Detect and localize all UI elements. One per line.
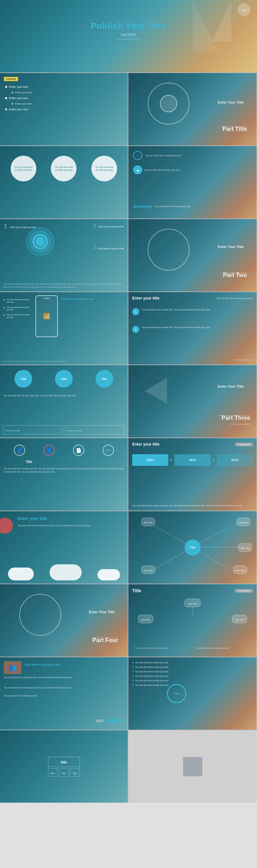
part-two-line <box>221 273 247 273</box>
info-icon-circle: i <box>133 151 142 160</box>
person-icon: 👤 <box>14 445 25 456</box>
person-female-icon-group: 👤 <box>43 445 55 456</box>
blue-title-circle-2: Title <box>55 370 73 388</box>
photo-desc1: You can click here to enter your text. Y… <box>4 676 124 679</box>
website: www.sucai999.com <box>233 356 253 362</box>
blue-title-circle-1: Title <box>14 370 32 388</box>
bullet-dot3 <box>5 108 7 110</box>
person-female-icon: 👤 <box>43 445 55 456</box>
continuance-bar: Continuance <box>235 443 253 446</box>
slide-steps: Enter your title You can click here to e… <box>128 292 257 365</box>
phone-button <box>43 298 50 299</box>
photo-desc3: You can click here to enter your text. <box>4 694 124 697</box>
wifi-icon: 📶 <box>43 313 50 320</box>
row-8: Enter your title You can click here to e… <box>0 511 257 584</box>
ring-center <box>35 237 45 246</box>
last-sub-3: title <box>70 768 80 777</box>
summary-row: Summary You can click here to enter your… <box>133 204 252 209</box>
plus-title-row: Enter your title Continuance <box>132 442 253 446</box>
female-symbol: 👤 <box>46 447 53 453</box>
steps-title-row: Enter your title You can click here to e… <box>132 296 253 301</box>
slide-target: 1 Click here to add your title 2 Click h… <box>0 219 128 291</box>
slide-last-right <box>128 730 257 803</box>
person-icon-group: 👤 <box>14 445 25 456</box>
b-item-3: You can click here to enter your text. <box>132 670 253 673</box>
cloud-2 <box>50 564 82 580</box>
slide-cloud: Enter your title You can click here to e… <box>0 511 128 584</box>
waves-symbol: 〰 <box>106 448 110 453</box>
phone-click-title: Click here to add your title <box>61 295 125 301</box>
enter-input-label-2: Enter your text <box>68 430 82 432</box>
text-box-1: TEXT <box>132 454 168 466</box>
slide-summary: i You can click here to enter your text … <box>128 146 257 218</box>
cloud-shapes <box>0 564 128 580</box>
step-num-2: 2 <box>132 326 139 333</box>
waves-icon-group: 〰 <box>103 445 114 456</box>
text-3: Click here to add your title <box>98 247 124 250</box>
icon-row: i You can click here to enter your text <box>133 151 252 160</box>
slide-title-text: Publish Your Idea 副标题图形 <box>0 21 257 39</box>
b-dot-1 <box>132 662 133 663</box>
enter-title4: Enter Your Title <box>89 610 115 614</box>
node-bottom-left: Your Text <box>141 566 155 574</box>
node-top-left: Your Text <box>141 518 155 526</box>
plus-main-title: Enter your title <box>132 442 160 446</box>
row-11: title title title title <box>0 730 257 803</box>
title-col-text: You can click here to enter your text <box>145 154 181 157</box>
part-line <box>221 126 247 127</box>
text-plus-row: TEXT + TEXT + TEXT <box>132 454 253 466</box>
row-3: You can click here to enter your text Yo… <box>0 146 257 218</box>
num-1: 1 <box>4 223 7 229</box>
slide-part-three: Enter Your Title Part Three Enter Inform… <box>128 365 257 438</box>
slide-part-two: Enter Your Title Part Two <box>128 219 257 291</box>
b-item-4: You can click here to enter your text. <box>132 675 253 678</box>
b-dot-4 <box>132 675 133 677</box>
info-icon: i <box>137 154 138 157</box>
org-title: Title <box>132 588 141 593</box>
bullet-dot <box>5 86 7 88</box>
slide-three-titles: Title Title Title You can click here to … <box>0 365 128 438</box>
person-symbol: 👤 <box>17 447 23 453</box>
phone-shape: 📶 <box>35 295 58 337</box>
circle-2: You can click here to enter your text <box>51 156 76 181</box>
blue-title-circle-3: Title <box>96 370 113 388</box>
enter-input-2: Enter your text <box>65 425 125 434</box>
bullet-list: You can click here to enter your text. Y… <box>132 661 253 687</box>
enter-inputs: Enter your title Enter your text <box>3 425 125 434</box>
b-item-1: You can click here to enter your text. <box>132 661 253 664</box>
part-three-sub: Enter Information <box>231 421 250 426</box>
document-icon-group: 📄 <box>73 445 84 456</box>
bullet-5: Enter your text <box>5 108 123 111</box>
org-node-2: Your Text <box>232 615 247 623</box>
enter-input-1: Enter your title <box>3 425 63 434</box>
cloud-desc: You can click here to enter your text. Y… <box>18 524 123 528</box>
num-3: 3 <box>94 245 96 250</box>
phone-bullets: You can click here to enter your text Yo… <box>3 299 32 319</box>
icon-desc: You can click here to enter your text. Y… <box>4 467 124 473</box>
circle-1: You can click here to enter your text <box>11 156 36 181</box>
b-dot-3 <box>132 671 133 672</box>
row-6: Title Title Title You can click here to … <box>0 365 257 438</box>
num-2: 2 <box>94 223 96 228</box>
circle-3: You can click here to enter your text <box>91 156 117 181</box>
body-text: You can click here to enter your text. Y… <box>3 283 125 288</box>
cloud-text: You can click here to enter your text <box>144 169 180 171</box>
phone-bullet-1: You can click here to enter your text <box>3 299 32 304</box>
bullseye <box>26 227 55 256</box>
large-circle-outline2 <box>148 229 189 271</box>
photo-desc2: You can click here to enter your text. Y… <box>4 686 124 689</box>
steps-main-title: Enter your title <box>132 296 160 301</box>
part-title: Part Title <box>222 126 247 132</box>
org-desc-left: You can click here to enter your text. <box>135 644 193 650</box>
step-2: 2 You can click here to enter text. You … <box>132 326 253 333</box>
cloud-symbol: ☁ <box>136 168 139 172</box>
row-7: 👤 👤 📄 〰 Title You can <box>0 438 257 510</box>
subtitle: 副标题图形 <box>0 33 257 37</box>
node-bottom-right: Your Text <box>233 566 247 574</box>
bullet-sub-dot <box>11 92 13 93</box>
slide-mind-map: Title Your Text Your Text Your Text Your… <box>128 511 257 584</box>
cloud-1 <box>8 567 34 580</box>
bullet-1: Enter your text <box>5 85 123 89</box>
part-three-line <box>218 415 250 416</box>
content-badge: Content <box>4 77 18 81</box>
